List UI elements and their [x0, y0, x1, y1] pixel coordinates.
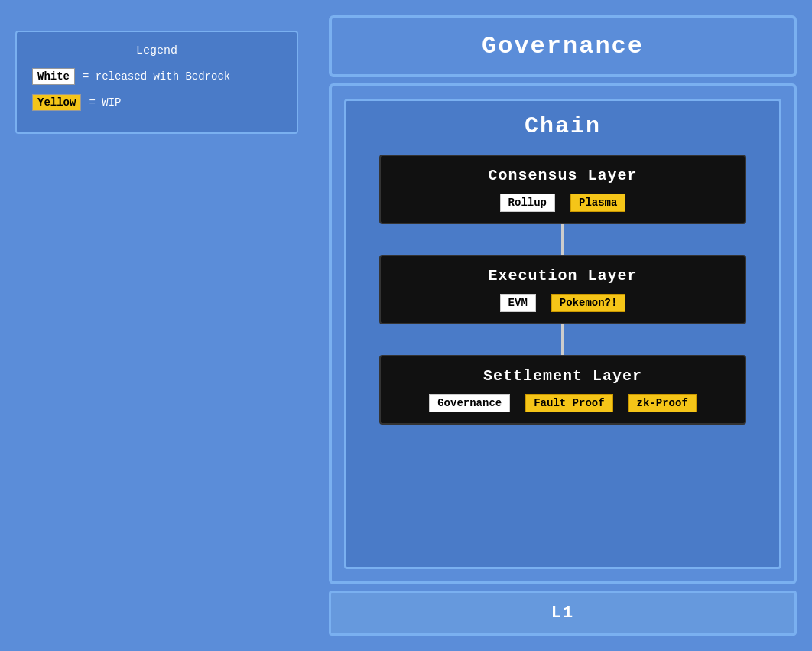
connector-1	[561, 224, 564, 255]
left-panel: Legend White = released with Bedrock Yel…	[15, 15, 313, 636]
governance-badge: Governance	[429, 394, 510, 412]
chain-inner: Chain Consensus Layer Rollup Plasma Exec…	[344, 99, 781, 569]
l1-title: L1	[342, 604, 784, 623]
connector-2	[561, 324, 564, 355]
yellow-badge: Yellow	[32, 94, 81, 111]
consensus-layer-box: Consensus Layer Rollup Plasma	[379, 155, 747, 224]
legend-item-white: White = released with Bedrock	[32, 68, 281, 85]
plasma-badge: Plasma	[570, 194, 625, 212]
white-description: = released with Bedrock	[83, 70, 230, 83]
yellow-description: = WIP	[89, 96, 121, 109]
layers-container: Consensus Layer Rollup Plasma Execution …	[359, 155, 767, 425]
governance-title: Governance	[346, 32, 780, 60]
l1-box: L1	[329, 591, 797, 636]
main-container: Legend White = released with Bedrock Yel…	[0, 0, 812, 651]
rollup-badge: Rollup	[500, 194, 555, 212]
zk-proof-badge: zk-Proof	[628, 394, 697, 412]
pokemon-badge: Pokemon?!	[551, 294, 626, 312]
consensus-layer-items: Rollup Plasma	[396, 194, 730, 212]
legend-item-yellow: Yellow = WIP	[32, 94, 281, 111]
execution-layer-title: Execution Layer	[396, 267, 730, 285]
evm-badge: EVM	[500, 294, 536, 312]
execution-layer-box: Execution Layer EVM Pokemon?!	[379, 255, 747, 324]
settlement-layer-title: Settlement Layer	[396, 367, 730, 385]
fault-proof-badge: Fault Proof	[525, 394, 612, 412]
execution-layer-items: EVM Pokemon?!	[396, 294, 730, 312]
white-badge: White	[32, 68, 75, 85]
chain-title: Chain	[525, 113, 601, 139]
settlement-layer-items: Governance Fault Proof zk-Proof	[396, 394, 730, 412]
legend-box: Legend White = released with Bedrock Yel…	[15, 31, 298, 134]
consensus-layer-title: Consensus Layer	[396, 167, 730, 184]
right-panel: Governance Chain Consensus Layer Rollup …	[329, 15, 797, 636]
governance-box: Governance	[329, 15, 797, 77]
legend-title: Legend	[32, 44, 281, 57]
chain-outer: Chain Consensus Layer Rollup Plasma Exec…	[329, 83, 797, 584]
settlement-layer-box: Settlement Layer Governance Fault Proof …	[379, 355, 747, 425]
